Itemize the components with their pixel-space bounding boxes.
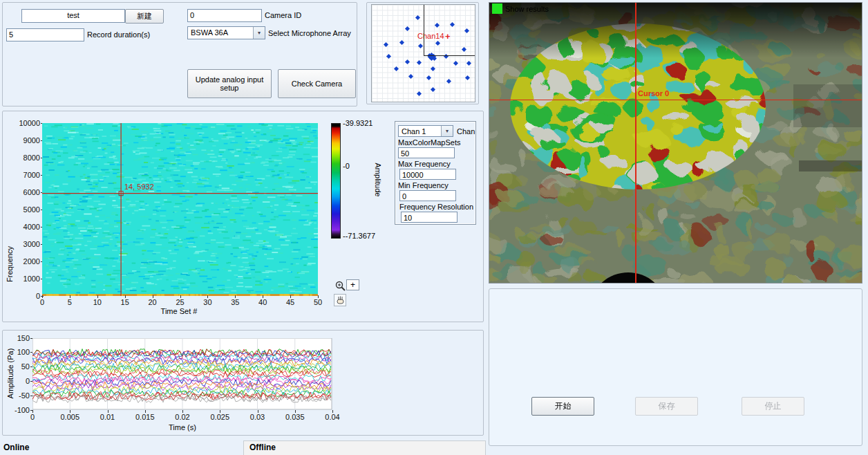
axis-tick-label: 0.04 [319, 413, 346, 421]
axis-tick-label: 40 [249, 298, 276, 306]
update-analog-button[interactable]: Update analog input setup [187, 69, 272, 98]
mic-dot [417, 91, 422, 96]
axis-tick-label: 150 [2, 334, 30, 342]
max-frequency-label: Max Frequency [398, 160, 451, 168]
camera-cursor-vline[interactable] [635, 3, 636, 283]
axis-tick-label: 0.015 [131, 413, 159, 421]
mic-array-select[interactable]: BSWA 36A ▾ [187, 26, 265, 39]
mic-dot [394, 66, 399, 71]
new-session-button[interactable]: 新建 [125, 9, 164, 24]
waveform-x-axis-label: Time (s) [148, 423, 217, 431]
online-status-label: Online [3, 443, 29, 452]
mic-dot [405, 59, 410, 64]
axis-tick-label: 0.03 [244, 413, 272, 421]
axis-tick-label: 2000 [12, 257, 40, 266]
waveform-panel: Amplitude (Pa) -100-50050100150 00.0050.… [2, 330, 484, 436]
record-duration-input[interactable]: 5 [6, 28, 84, 41]
axis-tick-label: 4000 [12, 223, 40, 231]
camera-cursor-hline[interactable] [489, 100, 862, 100]
spectrogram-panel: Frequency 010002000300040005000600070008… [2, 111, 484, 322]
mic-cursor-label: Chan14 [417, 32, 444, 40]
mic-dot [386, 54, 391, 59]
axis-tick-label: 15 [111, 298, 139, 306]
setup-panel: test 新建 5 Record duration(s) 0 Camera ID… [2, 2, 357, 106]
axis-tick-label: 10000 [12, 119, 40, 127]
axis-tick-label: 9000 [12, 136, 40, 145]
channel-controls-panel: Chan 1 ▾ Chan MaxColorMapSets 50 Max Fre… [395, 121, 476, 225]
axis-tick-label: 1000 [12, 275, 40, 283]
session-name-input[interactable]: test [21, 9, 125, 23]
mic-dot [465, 75, 470, 80]
check-camera-button[interactable]: Check Camera [278, 69, 356, 98]
axis-tick-label: 30 [194, 298, 221, 306]
min-frequency-input[interactable]: 0 [399, 190, 456, 201]
zoom-magnifier-icon[interactable] [334, 280, 347, 294]
run-control-panel: 开始 保存 停止 [489, 288, 862, 446]
axis-tick-label: 0.005 [56, 413, 84, 421]
show-results-checkbox[interactable]: Show results [492, 3, 549, 14]
mic-dot [405, 26, 410, 31]
axis-tick-label: 20 [139, 298, 167, 306]
mic-dot [426, 75, 431, 80]
stop-button[interactable]: 停止 [742, 397, 804, 416]
mic-dot [415, 15, 420, 20]
mic-dot [431, 66, 435, 71]
mic-array-plot[interactable]: Chan14 + [371, 4, 475, 102]
axis-tick-label: 0 [19, 413, 46, 421]
mic-array-panel: Chan14 + [366, 2, 479, 104]
mic-dot [418, 44, 423, 48]
max-frequency-input[interactable]: 10000 [399, 169, 456, 180]
frequency-resolution-input[interactable]: 10 [401, 212, 457, 223]
mic-dot [464, 28, 469, 33]
axis-tick-label: 5 [56, 298, 84, 306]
max-colormap-label: MaxColorMapSets [398, 138, 460, 147]
spectrogram-plot[interactable]: 14, 5932 [42, 123, 318, 296]
min-frequency-label: Min Frequency [398, 181, 449, 189]
channel-select[interactable]: Chan 1 ▾ [398, 125, 453, 137]
save-button[interactable]: 保存 [635, 397, 698, 416]
axis-tick-label: 7000 [12, 171, 40, 179]
mic-dot [446, 79, 451, 84]
axis-tick-label: -50 [2, 391, 30, 400]
camera-cursor-label: Cursor 0 [638, 89, 669, 98]
mic-dot [399, 40, 404, 45]
chevron-down-icon[interactable]: ▾ [441, 126, 453, 136]
colorbar-mid-label: -0 [343, 162, 350, 170]
show-results-led-icon[interactable] [492, 3, 502, 14]
mic-dot [435, 23, 440, 28]
axis-tick-label: 50 [2, 362, 30, 371]
offline-status-bar: Offline [243, 440, 486, 455]
mic-dot [384, 42, 388, 47]
mic-dot [417, 60, 422, 65]
start-button[interactable]: 开始 [531, 397, 594, 416]
colorbar [331, 123, 341, 239]
camera-view[interactable]: Cursor 0 Show results [489, 2, 862, 284]
mic-dot [466, 61, 471, 66]
waveform-plot[interactable] [32, 338, 332, 410]
cursor-tool-icon[interactable]: + [346, 279, 359, 290]
chevron-down-icon[interactable]: ▾ [253, 27, 265, 39]
mic-dot [432, 56, 437, 61]
acoustic-heatmap-image [489, 3, 862, 283]
colorbar-max-label: -39.9321 [343, 119, 372, 127]
axis-tick-label: 0.01 [94, 413, 122, 421]
offline-status-label: Offline [249, 443, 276, 452]
axis-tick-label: 100 [2, 348, 30, 356]
axis-tick-label: 8000 [12, 154, 40, 162]
axis-tick-label: 50 [304, 298, 332, 306]
pan-hand-icon[interactable] [334, 294, 346, 306]
mic-dot [435, 41, 440, 46]
show-results-label: Show results [505, 5, 549, 13]
axis-tick-label: 35 [221, 298, 249, 306]
mic-cursor-marker: + [445, 31, 451, 41]
spectrogram-x-axis-label: Time Set # [144, 307, 214, 315]
max-colormap-input[interactable]: 50 [398, 147, 455, 158]
camera-id-input[interactable]: 0 [187, 9, 262, 22]
colorbar-min-label: --71.3677 [343, 232, 375, 240]
axis-tick-label: 10 [84, 298, 111, 306]
axis-tick-label: 0.02 [169, 413, 196, 421]
record-duration-label: Record duration(s) [87, 30, 150, 39]
axis-tick-label: 6000 [12, 188, 40, 196]
channel-value: Chan 1 [402, 127, 426, 136]
axis-tick-label: 0 [2, 377, 30, 385]
